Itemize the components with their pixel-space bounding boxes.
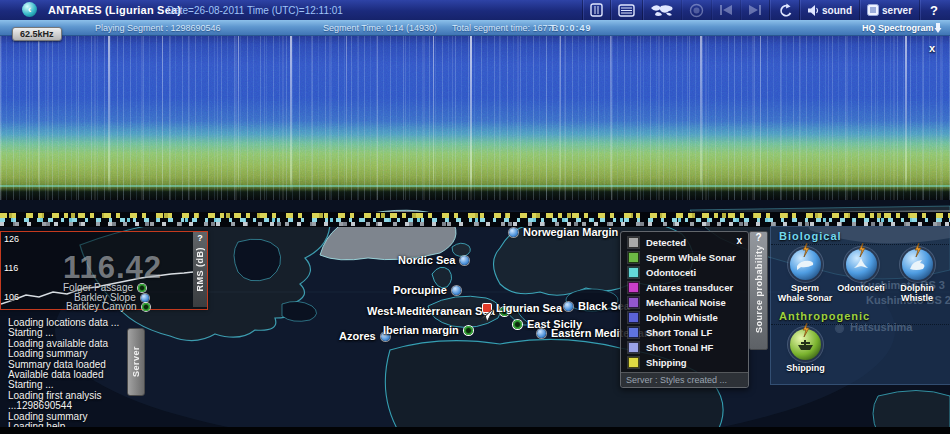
legend-item-short-tonal-lf[interactable]: Short Tonal LF	[621, 327, 748, 338]
dolphin-icon	[907, 257, 928, 275]
app-title: ANTARES (Ligurian Sea)	[48, 4, 181, 16]
legend-label: Dolphin Whistle	[646, 312, 718, 323]
frequency-tag[interactable]: 62.5kHz	[12, 27, 62, 41]
anthropogenic-section-title: Anthropogenic	[771, 307, 950, 325]
station-marker-dot[interactable]	[509, 228, 518, 237]
world-map-icon	[650, 4, 674, 17]
spectrogram-streak	[700, 35, 702, 193]
title-bar: ‹ ANTARES (Ligurian Sea) Date=26-08-2011…	[0, 0, 950, 21]
timer-label: T:0:0:49	[550, 23, 592, 33]
station-label: Porcupine	[393, 284, 447, 296]
source-shipping[interactable]: Shipping	[777, 329, 834, 373]
back-button[interactable]: ‹	[22, 2, 37, 17]
total-segment-time-label: Total segment time: 16776	[452, 23, 558, 33]
legend-label: Shipping	[646, 357, 687, 368]
station-label: Nordic Sea	[398, 254, 455, 266]
spectrogram-streak	[560, 35, 561, 193]
station-marker-dot[interactable]	[460, 256, 469, 265]
legend-label: Odontoceti	[646, 267, 696, 278]
legend-label: Detected	[646, 237, 686, 248]
station-porcupine[interactable]: Porcupine	[393, 284, 461, 296]
legend-item-shipping[interactable]: Shipping	[621, 357, 748, 368]
shipping-orb[interactable]	[790, 329, 821, 360]
status-log: Loading locations data ... Starting ... …	[8, 318, 119, 432]
server-side-tab[interactable]: Server	[127, 328, 145, 396]
sperm-whale-icon	[795, 257, 816, 275]
station-marker-dot[interactable]	[564, 302, 573, 311]
toolbar: sound server ?	[582, 0, 948, 20]
legend-swatch	[628, 357, 639, 368]
spectrogram-streak	[238, 35, 239, 193]
segment-status-bar: Playing Segment : 1298690546 Segment Tim…	[0, 20, 950, 36]
list-view-button[interactable]	[610, 0, 642, 20]
rms-current-value: 116.42	[63, 250, 162, 286]
sperm-whale-orb[interactable]	[790, 249, 821, 280]
station-marker-dot[interactable]	[464, 326, 473, 335]
rms-tick-126: 126	[4, 234, 19, 244]
dolphin-orb[interactable]	[902, 249, 933, 280]
station-marker-dot[interactable]	[452, 286, 461, 295]
station-nordic-sea[interactable]: Nordic Sea	[398, 254, 469, 266]
server-button[interactable]: server	[859, 0, 919, 20]
source-probability-help-button[interactable]: ?	[755, 232, 761, 243]
station-label: Iberian margin	[383, 324, 459, 336]
legend-swatch	[628, 342, 639, 353]
globe-button[interactable]	[681, 0, 711, 20]
rms-tick-106: 106	[4, 292, 19, 302]
detection-timeline-strip[interactable]	[0, 212, 950, 227]
server-icon	[867, 4, 879, 16]
station-iberian-margin[interactable]: Iberian margin	[383, 324, 473, 336]
sound-button[interactable]: sound	[799, 0, 859, 20]
help-button[interactable]: ?	[919, 0, 948, 20]
station-label: Ligurian Sea	[496, 302, 562, 314]
rms-station-barkley-canyon[interactable]: Barkley Canyon	[66, 301, 150, 312]
legend-item-sperm-whale-sonar[interactable]: Sperm Whale Sonar	[621, 252, 748, 263]
undo-button[interactable]	[769, 0, 799, 20]
spectrogram-display[interactable]	[0, 35, 950, 200]
legend-label: Sperm Whale Sonar	[646, 252, 736, 263]
rms-help-button[interactable]: ?	[197, 233, 203, 243]
legend-close-button[interactable]: x	[736, 235, 742, 246]
skip-forward-button[interactable]	[740, 0, 769, 20]
legend-item-mechanical-noise[interactable]: Mechanical Noise	[621, 297, 748, 308]
pin-icon[interactable]	[934, 23, 942, 36]
whale-tail-icon	[851, 257, 872, 275]
rms-station-dot	[142, 303, 150, 311]
skip-back-button[interactable]	[711, 0, 740, 20]
sound-icon	[807, 5, 819, 16]
spectrogram-streak	[162, 35, 163, 193]
station-label: West-Mediterranean Sea	[367, 305, 495, 317]
spectrogram-streak	[610, 35, 611, 193]
single-view-button[interactable]	[582, 0, 610, 20]
spectrogram-close-button[interactable]: x	[929, 42, 935, 54]
mouse-cursor-icon	[478, 306, 496, 327]
station-marker-dot[interactable]	[537, 329, 546, 338]
legend-swatch	[628, 297, 639, 308]
station-marker-dot[interactable]	[513, 320, 522, 329]
legend-swatch	[628, 267, 639, 278]
spectrogram-streak	[433, 35, 434, 193]
station-norwegian-margin[interactable]: Norwegian Margin	[509, 226, 618, 238]
legend-swatch	[628, 282, 639, 293]
source-probability-strip[interactable]: ? Source probability	[749, 231, 768, 350]
world-map-button[interactable]	[642, 0, 681, 20]
legend-item-antares-transducer[interactable]: Antares transducer	[621, 282, 748, 293]
source-label: Shipping	[786, 363, 825, 373]
legend-item-odontoceti[interactable]: Odontoceti	[621, 267, 748, 278]
ship-icon	[795, 337, 816, 355]
rms-chart-panel[interactable]: 126 116 106 116.42 Folger Passage Barkle…	[0, 231, 208, 310]
legend-item-dolphin-whistle[interactable]: Dolphin Whistle	[621, 312, 748, 323]
single-panel-icon	[590, 3, 603, 17]
legend-item-detected[interactable]: Detected	[621, 237, 748, 248]
source-sperm-whale-sonar[interactable]: Sperm Whale Sonar	[777, 249, 833, 303]
source-dolphin-whistle[interactable]: Dolphin Whistle	[889, 249, 945, 303]
odontoceti-orb[interactable]	[846, 249, 877, 280]
spectrogram-noise-texture	[0, 35, 950, 200]
source-odontoceti[interactable]: Odontoceti	[833, 249, 889, 303]
globe-icon	[689, 3, 704, 18]
spectrogram-streak	[760, 35, 761, 193]
app-window: Kushimoto BS 3 Kushimoto BS 2 Hatsushima…	[0, 0, 950, 434]
spectrogram-streak	[290, 35, 292, 193]
legend-item-short-tonal-hf[interactable]: Short Tonal HF	[621, 342, 748, 353]
hq-spectrogram-label[interactable]: HQ Spectrogram	[862, 23, 934, 33]
